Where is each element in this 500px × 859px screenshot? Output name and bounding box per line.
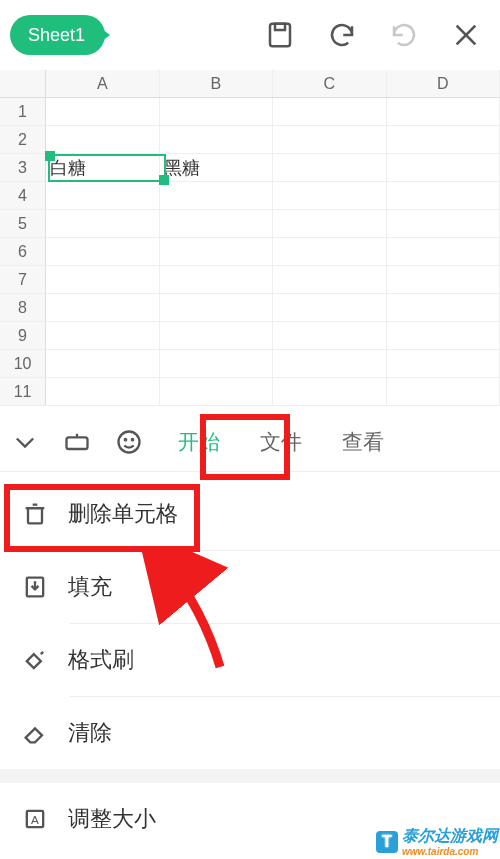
cell[interactable]: [387, 238, 500, 266]
cell[interactable]: [273, 98, 386, 126]
cell[interactable]: [273, 238, 386, 266]
collapse-panel-icon[interactable]: [8, 425, 42, 459]
cell[interactable]: [160, 126, 273, 154]
cell[interactable]: [160, 182, 273, 210]
cell[interactable]: [387, 322, 500, 350]
menu-label: 调整大小: [68, 804, 156, 834]
cell[interactable]: [387, 350, 500, 378]
resize-icon: A: [20, 804, 50, 834]
svg-text:A: A: [31, 813, 39, 826]
cell[interactable]: [46, 378, 159, 406]
sheet-tab-label: Sheet1: [28, 25, 85, 46]
fill-down-icon: [20, 572, 50, 602]
cell[interactable]: [46, 350, 159, 378]
menu-delete-cell[interactable]: 删除单元格: [0, 478, 500, 550]
cell[interactable]: [160, 378, 273, 406]
cell[interactable]: [273, 210, 386, 238]
cell[interactable]: [46, 182, 159, 210]
cell[interactable]: [46, 322, 159, 350]
watermark-url: www.tairda.com: [402, 847, 498, 857]
svg-rect-0: [270, 24, 290, 47]
cell[interactable]: [160, 322, 273, 350]
undo-icon[interactable]: [324, 17, 360, 53]
col-head-b[interactable]: B: [160, 70, 273, 97]
cell[interactable]: [387, 182, 500, 210]
cell[interactable]: [46, 238, 159, 266]
cell[interactable]: [273, 322, 386, 350]
tab-view[interactable]: 查看: [338, 426, 388, 458]
cell[interactable]: [160, 98, 273, 126]
cell[interactable]: [273, 182, 386, 210]
cell[interactable]: [387, 210, 500, 238]
row-head[interactable]: 11: [0, 378, 46, 406]
tab-file[interactable]: 文件: [256, 426, 306, 458]
cell[interactable]: [46, 126, 159, 154]
cell[interactable]: [160, 238, 273, 266]
cell[interactable]: [273, 126, 386, 154]
menu-label: 填充: [68, 572, 112, 602]
cell[interactable]: [273, 294, 386, 322]
cell[interactable]: [46, 98, 159, 126]
watermark-logo: T: [376, 831, 398, 853]
eraser-icon: [20, 718, 50, 748]
select-all-corner[interactable]: [0, 70, 46, 97]
cell[interactable]: [273, 350, 386, 378]
panel-tabs: 开始 文件 查看: [0, 412, 500, 472]
smiley-icon[interactable]: [112, 425, 146, 459]
svg-rect-4: [67, 437, 88, 449]
col-head-c[interactable]: C: [273, 70, 386, 97]
format-painter-icon: [20, 645, 50, 675]
col-head-a[interactable]: A: [46, 70, 159, 97]
cell[interactable]: [46, 266, 159, 294]
cell[interactable]: [160, 350, 273, 378]
cell[interactable]: [387, 98, 500, 126]
menu-label: 清除: [68, 718, 112, 748]
cell[interactable]: [273, 266, 386, 294]
row-head[interactable]: 10: [0, 350, 46, 378]
top-icons: [262, 17, 484, 53]
svg-rect-1: [275, 24, 285, 30]
cell[interactable]: [387, 266, 500, 294]
svg-point-8: [132, 438, 133, 439]
menu-fill[interactable]: 填充: [0, 551, 500, 623]
row-head[interactable]: 1: [0, 98, 46, 126]
cell[interactable]: [387, 154, 500, 182]
panel-tab-labels: 开始 文件 查看: [174, 426, 388, 458]
cell[interactable]: [160, 266, 273, 294]
menu-label: 删除单元格: [68, 499, 178, 529]
svg-point-7: [125, 438, 126, 439]
cell[interactable]: [387, 126, 500, 154]
cell[interactable]: [160, 294, 273, 322]
cell[interactable]: [387, 294, 500, 322]
close-icon[interactable]: [448, 17, 484, 53]
cell[interactable]: [273, 154, 386, 182]
row-head[interactable]: 9: [0, 322, 46, 350]
keyboard-icon[interactable]: [60, 425, 94, 459]
row-head[interactable]: 4: [0, 182, 46, 210]
column-headers: A B C D: [0, 70, 500, 98]
sheet-tab[interactable]: Sheet1: [10, 15, 105, 55]
tab-start[interactable]: 开始: [174, 426, 224, 458]
top-toolbar: Sheet1: [0, 0, 500, 70]
row-head[interactable]: 7: [0, 266, 46, 294]
menu-format-painter[interactable]: 格式刷: [0, 624, 500, 696]
menu-clear[interactable]: 清除: [0, 697, 500, 769]
cell-b3[interactable]: 黑糖: [160, 154, 273, 182]
cell[interactable]: [273, 378, 386, 406]
row-head[interactable]: 2: [0, 126, 46, 154]
row-head[interactable]: 8: [0, 294, 46, 322]
row-head[interactable]: 3: [0, 154, 46, 182]
cell[interactable]: [46, 210, 159, 238]
col-head-d[interactable]: D: [387, 70, 500, 97]
watermark-site: 泰尔达游戏网: [402, 827, 498, 844]
cell[interactable]: [160, 210, 273, 238]
redo-icon[interactable]: [386, 17, 422, 53]
svg-rect-9: [28, 508, 42, 523]
cell[interactable]: [387, 378, 500, 406]
cell[interactable]: [46, 294, 159, 322]
row-head[interactable]: 6: [0, 238, 46, 266]
save-icon[interactable]: [262, 17, 298, 53]
row-head[interactable]: 5: [0, 210, 46, 238]
cell-a3[interactable]: 白糖: [46, 154, 159, 182]
spreadsheet-grid[interactable]: A B C D 1 2 3白糖黑糖 4 5 6 7 8 9 10 11: [0, 70, 500, 412]
